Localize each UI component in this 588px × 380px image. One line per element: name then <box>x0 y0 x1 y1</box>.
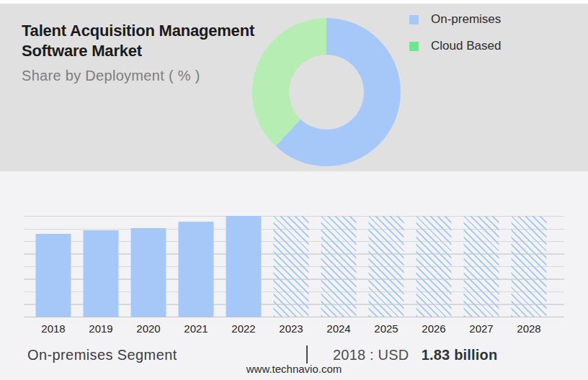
page-subtitle: Share by Deployment ( % ) <box>22 68 254 84</box>
bar-solid-2019 <box>84 230 119 317</box>
legend-label-on-premises: On-premises <box>431 12 501 27</box>
bar-column-2019: 2019 <box>77 216 125 317</box>
bar-forecast-hatched-2024 <box>321 216 357 317</box>
on-premises-swatch-icon <box>409 15 419 24</box>
stat-value: 1.83 billion <box>422 347 498 363</box>
bar-forecast-hatched-2023 <box>274 216 309 317</box>
bar-forecast-hatched-2026 <box>416 216 452 317</box>
x-axis-label-2018: 2018 <box>30 322 77 335</box>
donut-hole <box>289 55 364 130</box>
bar-column-2027: 2027 <box>458 216 505 317</box>
bar-column-2025: 2025 <box>362 216 410 317</box>
cloud-based-swatch-icon <box>409 42 419 51</box>
header-panel: Talent Acquisition Management Software M… <box>0 4 588 171</box>
bar-solid-2021 <box>179 222 214 317</box>
page-title-line1: Talent Acquisition Management <box>22 21 254 41</box>
stat-line: 2018 : USD 1.83 billion <box>333 347 497 363</box>
divider-bar <box>306 345 308 363</box>
segment-caption: On-premises Segment <box>27 347 177 363</box>
bar-columns: 2018201920202021202220232024202520262027… <box>30 216 553 317</box>
bar-column-2022: 2022 <box>220 216 267 317</box>
website-footer: www.technavio.com <box>0 363 588 375</box>
bar-solid-2018 <box>36 234 71 317</box>
bar-column-2026: 2026 <box>410 216 458 317</box>
bar-forecast-hatched-2028 <box>512 216 547 317</box>
bar-column-2028: 2028 <box>505 216 553 317</box>
legend-item-cloud-based: Cloud Based <box>409 37 501 55</box>
x-axis-label-2020: 2020 <box>125 322 172 335</box>
x-axis-label-2025: 2025 <box>362 322 410 335</box>
x-axis-label-2026: 2026 <box>410 322 458 335</box>
bar-forecast-hatched-2027 <box>464 216 499 317</box>
spacer <box>413 347 417 363</box>
title-block: Talent Acquisition Management Software M… <box>22 21 254 84</box>
x-axis-label-2028: 2028 <box>505 322 553 335</box>
donut-chart <box>252 18 401 166</box>
chart-legend: On-premises Cloud Based <box>409 11 501 64</box>
x-axis-label-2023: 2023 <box>267 322 315 335</box>
page-title: Talent Acquisition Management Software M… <box>22 21 254 61</box>
bar-column-2021: 2021 <box>172 216 220 317</box>
trend-chart-panel: 2018201920202021202220232024202520262027… <box>0 171 588 380</box>
stat-prefix: 2018 : USD <box>333 347 409 363</box>
x-axis-label-2024: 2024 <box>315 322 362 335</box>
bar-column-2018: 2018 <box>30 216 77 317</box>
bar-solid-2020 <box>131 228 166 317</box>
bar-column-2023: 2023 <box>267 216 315 317</box>
bar-solid-2022 <box>226 216 262 317</box>
x-axis-label-2019: 2019 <box>77 322 125 335</box>
x-axis-label-2022: 2022 <box>220 322 267 335</box>
legend-label-cloud-based: Cloud Based <box>431 39 501 53</box>
x-axis-label-2027: 2027 <box>458 322 505 335</box>
bar-forecast-hatched-2025 <box>369 216 404 317</box>
page-title-line2: Software Market <box>22 41 254 61</box>
bar-column-2020: 2020 <box>125 216 172 317</box>
x-axis-label-2021: 2021 <box>172 322 220 335</box>
legend-item-on-premises: On-premises <box>409 11 501 28</box>
bar-column-2024: 2024 <box>315 216 362 317</box>
